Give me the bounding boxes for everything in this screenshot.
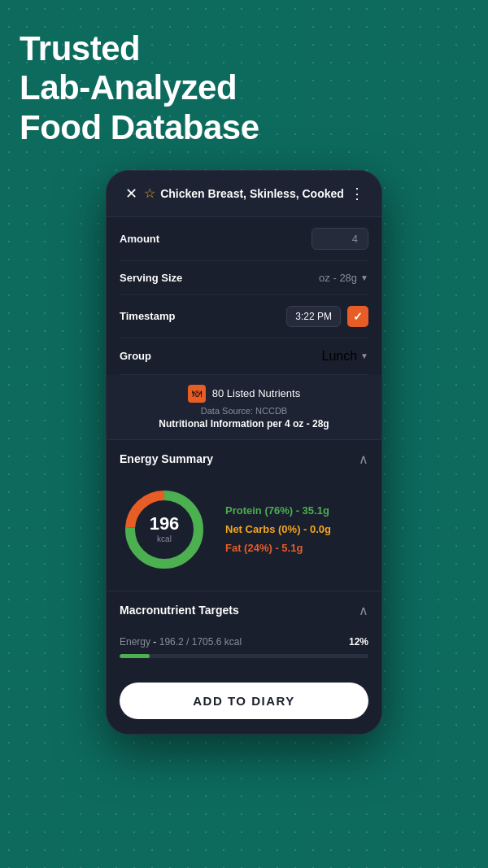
serving-select[interactable]: oz - 28g ▼ <box>319 272 368 284</box>
serving-label: Serving Size <box>120 272 182 284</box>
targets-header[interactable]: Macronutrient Targets ∧ <box>107 591 381 630</box>
group-label: Group <box>120 350 151 362</box>
data-source: Data Source: NCCDB <box>120 406 368 416</box>
protein-macro: Protein (76%) - 35.1g <box>225 504 331 517</box>
energy-progress-bar-bg <box>120 654 368 658</box>
close-button[interactable]: ✕ <box>120 182 142 205</box>
energy-target-row: Energy - 196.2 / 1705.6 kcal 12% <box>120 636 368 648</box>
timestamp-value[interactable]: 3:22 PM <box>286 306 341 327</box>
serving-value-text: oz - 28g <box>319 272 357 284</box>
group-select[interactable]: Lunch ▼ <box>322 349 369 364</box>
nutrients-icon: 🍽 <box>188 385 206 403</box>
add-diary-wrap: ADD TO DIARY <box>107 671 381 734</box>
star-icon[interactable]: ☆ <box>144 185 155 201</box>
energy-summary-header[interactable]: Energy Summary ∧ <box>107 440 381 478</box>
donut-center: 196 kcal <box>120 485 209 574</box>
targets-chevron-icon: ∧ <box>359 603 368 618</box>
energy-summary-chevron-icon: ∧ <box>359 451 368 467</box>
page-wrapper: TrustedLab-AnalyzedFood Database ✕ ☆ Chi… <box>0 0 488 735</box>
group-value-text: Lunch <box>322 349 358 364</box>
phone-card: ✕ ☆ Chicken Breast, Skinless, Cooked ⋮ A… <box>106 170 382 735</box>
timestamp-wrap: 3:22 PM ✓ <box>286 306 368 327</box>
amount-label: Amount <box>120 233 159 245</box>
amount-row: Amount <box>120 217 368 261</box>
group-row: Group Lunch ▼ <box>120 338 368 375</box>
nutrients-count: 80 Listed Nutrients <box>212 387 300 399</box>
energy-target-label: Energy - 196.2 / 1705.6 kcal <box>120 636 242 648</box>
kcal-label: kcal <box>157 534 172 543</box>
targets-title: Macronutrient Targets <box>120 604 239 617</box>
amount-input[interactable] <box>312 228 368 250</box>
card-header: ✕ ☆ Chicken Breast, Skinless, Cooked ⋮ <box>107 171 381 217</box>
timestamp-label: Timestamp <box>120 310 175 322</box>
add-to-diary-button[interactable]: ADD TO DIARY <box>120 683 368 719</box>
energy-content: 196 kcal Protein (76%) - 35.1g Net Carbs… <box>107 478 381 591</box>
energy-target-pct: 12% <box>349 636 368 648</box>
nutrients-count-row: 🍽 80 Listed Nutrients <box>120 385 368 403</box>
carbs-macro: Net Carbs (0%) - 0.0g <box>225 523 331 535</box>
nutrients-banner: 🍽 80 Listed Nutrients Data Source: NCCDB… <box>107 375 381 440</box>
targets-section: Macronutrient Targets ∧ Energy - 196.2 /… <box>107 591 381 671</box>
energy-summary-title: Energy Summary <box>120 452 213 465</box>
serving-chevron-icon: ▼ <box>360 273 368 282</box>
timestamp-row: Timestamp 3:22 PM ✓ <box>120 295 368 338</box>
nutritional-info: Nutritional Information per 4 oz - 28g <box>120 418 368 430</box>
serving-size-row: Serving Size oz - 28g ▼ <box>120 261 368 295</box>
timestamp-checkbox[interactable]: ✓ <box>347 306 368 327</box>
menu-button[interactable]: ⋮ <box>346 182 368 205</box>
macro-list: Protein (76%) - 35.1g Net Carbs (0%) - 0… <box>225 504 331 554</box>
food-title: Chicken Breast, Skinless, Cooked <box>160 186 344 201</box>
energy-progress-bar-fill <box>120 654 150 658</box>
form-section: Amount Serving Size oz - 28g ▼ Timestamp… <box>107 217 381 375</box>
group-chevron-icon: ▼ <box>360 351 368 360</box>
header-title-wrap: ☆ Chicken Breast, Skinless, Cooked <box>142 185 346 201</box>
donut-chart: 196 kcal <box>120 485 209 574</box>
kcal-value: 196 <box>150 515 180 533</box>
targets-content: Energy - 196.2 / 1705.6 kcal 12% <box>107 630 381 671</box>
hero-title: TrustedLab-AnalyzedFood Database <box>20 29 259 147</box>
fat-macro: Fat (24%) - 5.1g <box>225 542 331 554</box>
